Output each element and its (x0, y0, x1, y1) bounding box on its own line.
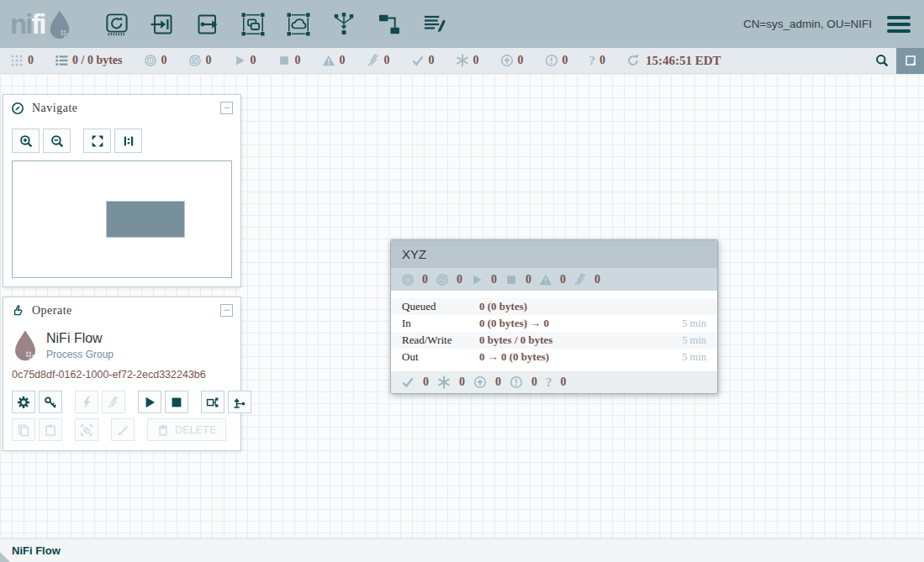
sync-failure-count: 0 (599, 54, 605, 67)
stop-button[interactable] (165, 391, 188, 413)
input-port-icon (150, 10, 175, 39)
arrow-up-circle-icon (473, 376, 487, 389)
transmitting-icon (401, 273, 414, 286)
process-group-name: XYZ (402, 247, 426, 261)
output-port-component-button[interactable] (195, 10, 220, 39)
current-user: CN=sys_admin, OU=NIFI (743, 18, 872, 30)
bulletin-board-button[interactable] (896, 48, 924, 74)
label-icon (422, 10, 447, 39)
breadcrumb-nifi-flow[interactable]: NiFi Flow (12, 544, 61, 557)
one-to-one-icon (122, 134, 135, 148)
invalid-warning-icon (539, 273, 552, 286)
zoom-actual-size-button[interactable] (114, 129, 142, 153)
stopped-count: 0 (295, 54, 301, 67)
disabled-count: 0 (594, 273, 600, 286)
stat-period: 5 min (682, 318, 706, 330)
zoom-fit-button[interactable] (83, 129, 111, 153)
navigate-header: Navigate − (3, 95, 240, 121)
processor-icon (104, 10, 129, 39)
active-threads-count: 0 (28, 54, 34, 67)
zoom-in-button[interactable] (12, 129, 40, 153)
refresh-icon[interactable] (626, 54, 640, 67)
start-play-icon (143, 396, 156, 409)
start-button[interactable] (138, 391, 161, 413)
search-icon (875, 54, 889, 67)
locally-modified-count: 0 (459, 376, 465, 389)
group-selection-icon (80, 423, 93, 437)
navigate-tools (3, 121, 240, 158)
last-refreshed-time: 15:46:51 EDT (646, 54, 721, 68)
disable-button[interactable] (102, 391, 125, 413)
enable-button[interactable] (75, 391, 98, 413)
transmitting-count: 0 (161, 54, 167, 67)
not-transmitting-icon (436, 273, 449, 286)
stat-value: 0 (0 bytes) (479, 300, 527, 313)
operate-buttons: DELETE (3, 384, 240, 450)
logo-text-ni: ni (10, 8, 31, 40)
process-group-status-icons: 0 0 0 0 0 0 (391, 268, 717, 291)
input-port-component-button[interactable] (150, 10, 175, 39)
fit-icon (91, 134, 104, 148)
invalid-warning-icon (322, 54, 335, 67)
status-invalid: 0 (322, 54, 346, 67)
label-component-button[interactable] (422, 10, 447, 39)
zoom-out-button[interactable] (43, 129, 71, 153)
process-group-component-button[interactable] (240, 10, 266, 39)
template-component-button[interactable] (377, 10, 402, 39)
funnel-icon (331, 10, 356, 39)
statusbar-right (868, 48, 924, 74)
operate-flow-name: NiFi Flow (46, 331, 114, 346)
process-group-xyz[interactable]: XYZ 0 0 0 0 0 0 Queued 0 (0 bytes) (390, 239, 718, 394)
delete-button[interactable]: DELETE (147, 418, 226, 441)
output-port-icon (195, 10, 220, 39)
funnel-component-button[interactable] (331, 10, 356, 39)
configuration-button[interactable] (12, 391, 35, 413)
flow-canvas[interactable]: Navigate − (0, 74, 924, 538)
component-toolbar (104, 10, 447, 39)
nifi-drop-icon (47, 9, 72, 40)
status-active-threads: 0 (10, 54, 34, 67)
hand-pointer-icon (11, 304, 24, 318)
not-transmitting-count: 0 (206, 54, 212, 67)
operate-collapse-button[interactable]: − (220, 304, 233, 317)
stat-label: In (402, 317, 479, 330)
search-button[interactable] (868, 48, 896, 74)
stat-row-out: Out 0 → 0 (0 bytes) 5 min (391, 349, 717, 365)
stat-value: 0 (0 bytes) → 0 (479, 317, 549, 330)
copy-button[interactable] (12, 418, 35, 441)
fill-color-button[interactable] (111, 418, 135, 441)
status-stopped: 0 (277, 54, 301, 67)
upload-template-button[interactable] (228, 391, 251, 413)
operate-title: Operate (32, 304, 72, 318)
trash-icon (156, 423, 170, 437)
processor-component-button[interactable] (104, 10, 129, 39)
group-selection-button[interactable] (75, 418, 98, 441)
up-to-date-count: 0 (423, 376, 429, 389)
operate-flow-type: Process Group (46, 349, 114, 360)
queued-count: 0 / 0 bytes (72, 54, 123, 67)
stat-period: 5 min (682, 351, 706, 364)
status-sync-failure: ? 0 (589, 54, 606, 68)
stat-label: Queued (402, 300, 479, 313)
create-template-button[interactable] (201, 391, 224, 413)
navigate-collapse-button[interactable]: − (220, 102, 233, 114)
stale-count: 0 (495, 376, 501, 389)
navigate-title: Navigate (32, 102, 78, 115)
birdseye-minimap[interactable] (12, 160, 232, 278)
transmitting-icon (144, 54, 157, 67)
queued-list-icon (55, 54, 68, 67)
exclamation-circle-icon (510, 376, 523, 389)
paste-button[interactable] (39, 418, 62, 441)
birdseye-viewport-rect[interactable] (106, 201, 185, 238)
global-menu-button[interactable] (887, 16, 911, 33)
remote-process-group-component-button[interactable] (286, 10, 311, 39)
invalid-count: 0 (560, 273, 566, 286)
disabled-bolt-slash-icon (573, 273, 587, 286)
operate-flow-text: NiFi Flow Process Group (46, 331, 114, 360)
transmitting-count: 0 (422, 273, 428, 286)
locally-modified-and-stale-count: 0 (531, 376, 537, 389)
access-policies-button[interactable] (39, 391, 62, 413)
compass-icon (11, 102, 24, 115)
spacer (391, 365, 717, 371)
stat-value: 0 → 0 (0 bytes) (479, 350, 549, 364)
